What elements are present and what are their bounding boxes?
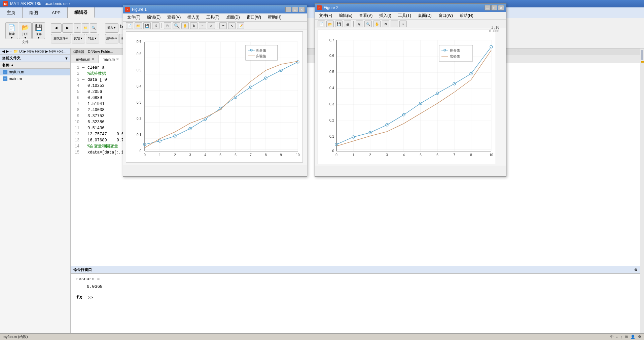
tab-plot[interactable]: 绘图 <box>23 7 45 18</box>
nav-back[interactable]: ◀ <box>2 49 5 54</box>
fig2-x-8: 8 <box>470 153 472 157</box>
cmd-expand[interactable]: ⊕ <box>634 268 637 272</box>
sidebar-collapse[interactable]: ▼ <box>65 56 68 60</box>
nav-up[interactable]: ↑ <box>10 49 12 54</box>
status-settings: ⚙ <box>638 335 641 339</box>
fig2-menu-tools[interactable]: 工具(T) <box>397 12 413 19</box>
fig2-close[interactable]: ✕ <box>498 5 504 10</box>
fig1-plot-area: 0 0.1 0.2 0.3 0.4 0.5 0.6 0.7 0.8 0 1 2 … <box>123 30 307 165</box>
y-label-03: 0.3 <box>137 101 141 104</box>
fig1-tb-edit[interactable]: ✏ <box>219 22 227 29</box>
fig1-tb-save[interactable]: 💾 <box>143 22 151 29</box>
fig2-maximize[interactable]: □ <box>491 5 497 10</box>
fig2-tb-new[interactable]: 📄 <box>318 21 325 27</box>
fig1-menu-insert[interactable]: 插入(I) <box>186 14 201 21</box>
legend-fit-label: 拟合值 <box>256 48 266 52</box>
sidebar-col-header: 名称 ▲ <box>0 62 70 69</box>
back-button[interactable]: ◀ <box>51 23 62 33</box>
fig2-menu-help[interactable]: 帮助(H) <box>458 12 475 19</box>
fig2-tb-zoom-out[interactable]: − <box>391 21 398 27</box>
cmd-content[interactable]: resnorm = 0.0368 fx >> <box>71 274 640 333</box>
y-label-02: 0.2 <box>137 117 141 121</box>
editor-tab-main[interactable]: main.m ✕ <box>99 55 123 63</box>
nav-forward[interactable]: ▶ <box>6 49 9 54</box>
compare-button[interactable]: 比较▼ <box>72 34 85 43</box>
annotate-button[interactable]: 注释%▼ <box>105 34 118 43</box>
insert-button[interactable]: 插入▼ <box>105 23 118 33</box>
fig1-tb-pan[interactable]: ✋ <box>181 22 189 29</box>
fig2-y-02: 0.2 <box>329 118 334 122</box>
y-label-05: 0.5 <box>137 68 141 72</box>
forward-button[interactable]: ▶ <box>62 23 73 33</box>
fig1-maximize[interactable]: □ <box>292 7 298 12</box>
tab-app[interactable]: APP <box>45 7 68 18</box>
close-main-tab[interactable]: ✕ <box>116 57 119 61</box>
open-button[interactable]: 📂 打开 ▼ <box>19 22 32 39</box>
main-scrollbar[interactable] <box>640 48 644 333</box>
cmd-header: 命令行窗口 ⊕ <box>71 266 640 274</box>
cmd-resnorm-label: resnorm = <box>76 276 635 281</box>
fig1-tb-zoom-in[interactable]: 🔍 <box>173 22 180 29</box>
fig1-menu-help[interactable]: 帮助(H) <box>266 14 283 21</box>
fig2-x-6: 6 <box>436 153 438 157</box>
fig2-tb-print[interactable]: 🖨 <box>344 21 351 27</box>
tab-editor[interactable]: 编辑器 <box>68 7 95 18</box>
fig1-tb-home[interactable]: ⌂ <box>208 22 215 29</box>
fig1-tb-rotate[interactable]: ↻ <box>190 22 198 29</box>
fig2-minimize[interactable]: — <box>485 5 491 10</box>
fig2-tb-pan[interactable]: ✋ <box>373 21 381 27</box>
fig2-window-buttons: — □ ✕ <box>485 5 504 10</box>
up-button[interactable]: ↑ <box>74 23 81 33</box>
fig1-close[interactable]: ✕ <box>299 7 305 12</box>
fig1-titlebar: F Figure 1 — □ ✕ <box>123 5 307 13</box>
fig2-menu-file[interactable]: 文件(F) <box>318 12 333 19</box>
tab-home[interactable]: 主页 <box>0 7 23 18</box>
fig2-x-2: 2 <box>369 153 371 157</box>
fig2-y-06: 0.6 <box>329 54 334 58</box>
goto-button[interactable]: 转至▼ <box>86 34 99 43</box>
fig2-menu-window[interactable]: 窗口(W) <box>437 12 454 19</box>
nav-browse[interactable]: 📁 <box>13 49 18 54</box>
browse-button[interactable]: 📁 <box>82 23 89 33</box>
fig1-tb-print[interactable]: 🖨 <box>152 22 159 29</box>
fig1-tb-new[interactable]: 📄 <box>126 22 133 29</box>
fig1-tb-zoom-out[interactable]: − <box>199 22 206 29</box>
fig1-menu-tools[interactable]: 工具(T) <box>205 14 221 21</box>
fig1-menu-edit[interactable]: 编辑(E) <box>146 14 162 21</box>
fig1-tb-open[interactable]: 📂 <box>135 22 142 29</box>
fig2-tb-save[interactable]: 💾 <box>335 21 343 27</box>
fig2-icon: F <box>317 5 322 10</box>
fig1-tb-copy[interactable]: ⎘ <box>164 22 171 29</box>
close-myfun-tab[interactable]: ✕ <box>92 57 94 61</box>
fig2-menu-view[interactable]: 查看(V) <box>358 12 374 19</box>
fig2-tb-copy[interactable]: ⎘ <box>356 21 363 27</box>
fig1-tb-annotate[interactable]: 📝 <box>237 22 244 29</box>
find-button[interactable]: 查找文件▼ <box>51 34 71 43</box>
fig1-minimize[interactable]: — <box>285 7 291 12</box>
legend-box <box>246 45 278 60</box>
fig2-menu-edit[interactable]: 编辑(E) <box>337 12 354 19</box>
sidebar-file-main[interactable]: m main.m <box>0 75 70 82</box>
fig2-tb-rotate[interactable]: ↻ <box>382 21 389 27</box>
save-button[interactable]: 💾 保存 ▼ <box>32 22 45 39</box>
fig1-menu-file[interactable]: 文件(F) <box>126 14 142 21</box>
cmd-fx-symbol: fx <box>76 295 82 301</box>
scroll-thumb[interactable] <box>641 50 643 60</box>
fig1-icon: F <box>125 7 130 12</box>
search-button[interactable]: 🔍 <box>90 23 97 33</box>
fig1-menu-desktop[interactable]: 桌面(D) <box>225 14 241 21</box>
editor-tab-myfun[interactable]: myfun.m ✕ <box>72 55 99 63</box>
fig2-menu-desktop[interactable]: 桌面(D) <box>417 12 433 19</box>
fig1-tb-select[interactable]: ↖ <box>228 22 236 29</box>
fig1-menu-window[interactable]: 窗口(W) <box>245 14 262 21</box>
fig2-menu-insert[interactable]: 插入(I) <box>378 12 392 19</box>
nav-path: D: ▶ New Folder ▶ New Folder ▶ N <box>20 49 69 53</box>
new-button[interactable]: 📄 新建 ▼ <box>5 22 18 39</box>
fig2-tb-zoom-in[interactable]: 🔍 <box>364 21 372 27</box>
x-label-10: 10 <box>296 153 300 157</box>
fig2-tb-home[interactable]: ⌂ <box>399 21 407 27</box>
fig1-menu-view[interactable]: 查看(V) <box>166 14 182 21</box>
sidebar-file-myfun[interactable]: m myfun.m <box>0 69 70 75</box>
fig2-tb-open[interactable]: 📂 <box>326 21 334 27</box>
x-label-6: 6 <box>235 153 237 157</box>
